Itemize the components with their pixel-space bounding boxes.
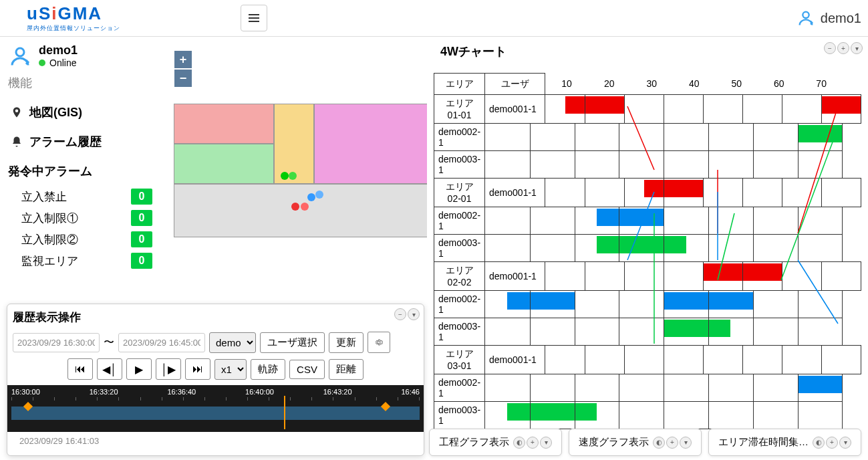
user-marker[interactable] — [291, 203, 299, 211]
user-cell: demo003-1 — [434, 235, 485, 262]
restore-button[interactable]: ◐ — [653, 437, 665, 449]
gantt-row: demo003-1 — [434, 235, 861, 262]
gear-icon — [375, 337, 383, 348]
alarm-count-badge: 0 — [131, 231, 152, 247]
skip-back-button[interactable]: ⏮ — [67, 358, 93, 380]
timeline-current-time: 2023/09/29 16:41:03 — [13, 432, 418, 450]
restore-button[interactable]: ◐ — [813, 437, 825, 449]
gantt-cell — [485, 402, 843, 429]
sidebar-item-label: アラーム履歴 — [29, 134, 102, 150]
panel-title: 4Wチャート — [434, 43, 861, 60]
timeline-marker-start[interactable] — [23, 402, 33, 411]
gantt-bar[interactable] — [507, 292, 574, 310]
minimize-button[interactable]: − — [394, 308, 406, 320]
gantt-bar[interactable] — [664, 320, 730, 337]
menu-button[interactable]: ▾ — [839, 437, 851, 449]
tilde-separator: 〜 — [104, 336, 114, 350]
timeline-cursor[interactable] — [284, 396, 285, 429]
map-zone — [174, 184, 431, 237]
gantt-cell — [485, 151, 843, 179]
skip-forward-button[interactable]: ⏭ — [185, 358, 210, 380]
user-select[interactable]: demo — [209, 332, 256, 353]
sidebar-item-gis[interactable]: 地図(GIS) — [8, 98, 152, 127]
zoom-in-button[interactable]: + — [174, 50, 192, 69]
gantt-bar[interactable] — [798, 125, 843, 142]
menu-button[interactable]: ▾ — [680, 437, 692, 449]
gantt-row: demo003-1 — [434, 318, 861, 346]
gantt-cell — [545, 262, 861, 291]
speed-select[interactable]: x1 — [214, 359, 247, 380]
alarm-count-badge: 0 — [131, 210, 152, 226]
map-zone — [174, 144, 274, 184]
step-back-button[interactable]: ◀│ — [97, 358, 122, 380]
user-cell: demo001-1 — [485, 262, 545, 291]
alarm-label: 立入禁止 — [8, 189, 67, 205]
tab-area-duration[interactable]: エリア滞在時間集… ◐+▾ — [708, 429, 861, 456]
tab-speed-graph[interactable]: 速度グラフ表示 ◐+▾ — [569, 429, 702, 456]
trajectory-button[interactable]: 軌跡 — [251, 359, 285, 380]
step-forward-button[interactable]: │▶ — [156, 358, 181, 380]
bell-icon — [11, 136, 23, 148]
timeline-tick-label: 16:46 — [401, 388, 420, 396]
area-cell: エリア 03-01 — [434, 346, 485, 374]
alarm-row[interactable]: 立入制限①0 — [8, 207, 152, 229]
expand-button[interactable]: + — [527, 437, 539, 449]
map-zone — [314, 104, 431, 184]
user-marker[interactable] — [301, 203, 309, 211]
timeline-marker-end[interactable] — [381, 402, 390, 411]
user-cell: demo001-1 — [485, 179, 545, 207]
minimize-button[interactable]: − — [824, 42, 836, 54]
restore-button[interactable]: ◐ — [513, 437, 525, 449]
floor-plan[interactable] — [174, 104, 434, 277]
gantt-bar[interactable] — [821, 96, 861, 114]
timeline-bar[interactable] — [11, 407, 420, 420]
timeline-tick-label: 16:33:20 — [90, 388, 118, 396]
gantt-bar[interactable] — [507, 403, 597, 421]
gantt-row: demo002-1 — [434, 374, 861, 402]
distance-button[interactable]: 距離 — [329, 359, 364, 380]
menu-button[interactable]: ▾ — [540, 437, 552, 449]
gantt-row: demo003-1 — [434, 402, 861, 429]
user-cell: demo002-1 — [434, 291, 485, 318]
gantt-bar[interactable] — [597, 236, 686, 253]
expand-button[interactable]: + — [666, 437, 678, 449]
user-marker[interactable] — [307, 193, 315, 201]
user-marker[interactable] — [281, 172, 289, 180]
alarm-label: 立入制限① — [8, 211, 78, 226]
user-marker[interactable] — [315, 191, 323, 199]
gantt-bar[interactable] — [565, 96, 624, 114]
alarm-row[interactable]: 立入禁止0 — [8, 186, 152, 207]
hamburger-button[interactable] — [241, 5, 267, 31]
user-icon — [8, 44, 32, 68]
menu-button[interactable]: ▾ — [851, 42, 863, 54]
sidebar-item-alarm-history[interactable]: アラーム履歴 — [8, 127, 152, 156]
user-cell: demo003-1 — [434, 318, 485, 346]
to-datetime-input[interactable] — [118, 333, 205, 352]
user-cell: demo002-1 — [434, 124, 485, 151]
from-datetime-input[interactable] — [13, 333, 100, 352]
settings-button[interactable] — [368, 332, 390, 353]
alarm-label: 立入制限② — [8, 232, 78, 247]
timeline[interactable]: 16:30:0016:33:2016:36:4016:40:0016:43:20… — [7, 385, 424, 432]
user-marker[interactable] — [289, 172, 297, 180]
expand-button[interactable]: + — [837, 42, 849, 54]
alarm-row[interactable]: 監視エリア0 — [8, 250, 152, 271]
alarm-row[interactable]: 立入制限②0 — [8, 229, 152, 250]
gantt-bar[interactable] — [798, 376, 843, 393]
tab-process-graph[interactable]: 工程グラフ表示 ◐+▾ — [429, 429, 562, 456]
expand-button[interactable]: + — [826, 437, 838, 449]
gantt-bar[interactable] — [597, 209, 664, 226]
csv-button[interactable]: CSV — [289, 360, 325, 379]
zoom-out-button[interactable]: − — [174, 69, 192, 88]
header-user[interactable]: demo1 — [797, 9, 861, 27]
gantt-row: demo002-1 — [434, 291, 861, 318]
gantt-bar[interactable] — [644, 180, 703, 197]
gantt-cell — [485, 235, 843, 262]
gantt-row: エリア 02-02demo001-1 — [434, 262, 861, 291]
play-button[interactable]: ▶ — [126, 358, 152, 380]
app-header: uSiGMA 屋内外位置情報ソリューション demo1 — [0, 0, 868, 37]
menu-button[interactable]: ▾ — [408, 308, 420, 320]
user-select-button[interactable]: ユーザ選択 — [260, 332, 325, 353]
update-button[interactable]: 更新 — [329, 332, 364, 353]
svg-point-0 — [803, 12, 809, 18]
